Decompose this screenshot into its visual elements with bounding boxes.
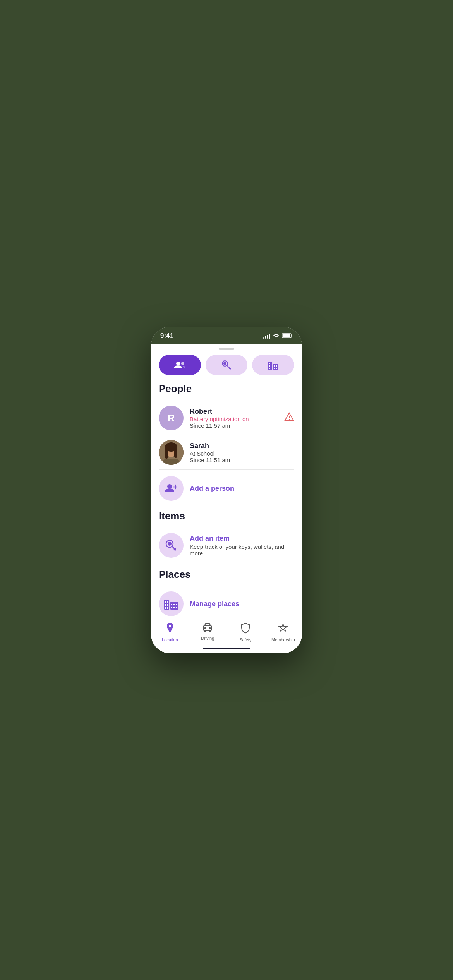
add-item-label: Add an item <box>190 535 294 543</box>
svg-rect-42 <box>165 604 166 606</box>
location-nav-icon <box>165 623 175 636</box>
tab-buttons <box>151 355 302 383</box>
svg-point-6 <box>224 362 226 365</box>
svg-rect-1 <box>283 334 290 337</box>
svg-rect-38 <box>164 600 169 610</box>
person-row-sarah[interactable]: Sarah At School Since 11:51 am <box>159 435 294 470</box>
items-section: Items Add an item Keep track of <box>159 510 294 562</box>
svg-point-52 <box>169 625 171 627</box>
svg-rect-29 <box>163 459 179 465</box>
manage-places-label: Manage places <box>190 600 239 608</box>
add-item-icon <box>159 533 184 558</box>
wifi-icon <box>273 333 280 339</box>
svg-rect-12 <box>269 363 270 364</box>
svg-rect-47 <box>173 604 175 605</box>
nav-membership[interactable]: Membership <box>264 621 302 644</box>
svg-rect-18 <box>274 365 275 367</box>
svg-rect-13 <box>271 363 271 364</box>
nav-location[interactable]: Location <box>151 621 189 644</box>
person-status-warning-robert: Battery optimization on <box>190 416 278 422</box>
svg-rect-20 <box>274 368 275 369</box>
nav-safety[interactable]: Safety <box>226 621 264 644</box>
manage-places-row[interactable]: Manage places <box>159 587 294 617</box>
svg-rect-27 <box>165 447 168 459</box>
add-item-row[interactable]: Add an item Keep track of your keys, wal… <box>159 528 294 562</box>
svg-rect-51 <box>176 607 177 608</box>
add-item-info: Add an item Keep track of your keys, wal… <box>190 535 294 557</box>
items-section-title: Items <box>159 510 294 522</box>
svg-point-4 <box>181 362 184 365</box>
svg-rect-19 <box>276 365 277 367</box>
svg-rect-16 <box>269 368 270 369</box>
safety-nav-icon <box>241 623 250 636</box>
svg-rect-48 <box>176 604 177 605</box>
places-section: Places <box>159 569 294 617</box>
svg-rect-10 <box>268 362 272 370</box>
person-name-robert: Robert <box>190 408 278 416</box>
svg-rect-2 <box>292 335 293 336</box>
svg-rect-50 <box>173 607 175 608</box>
person-info-sarah: Sarah At School Since 11:51 am <box>190 442 294 463</box>
person-row-robert[interactable]: R Robert Battery optimization on Since 1… <box>159 401 294 435</box>
nav-driving-label: Driving <box>201 636 214 641</box>
svg-rect-15 <box>271 365 271 367</box>
person-time-robert: Since 11:57 am <box>190 422 278 429</box>
status-icons <box>263 333 293 339</box>
battery-icon <box>282 333 293 339</box>
people-section-title: People <box>159 383 294 395</box>
avatar-robert: R <box>159 406 184 430</box>
svg-rect-57 <box>209 627 211 629</box>
svg-rect-46 <box>171 604 172 605</box>
nav-safety-label: Safety <box>239 637 251 642</box>
svg-point-34 <box>168 542 172 546</box>
warning-icon-robert <box>284 412 294 424</box>
bottom-nav: Location Driving Safety <box>151 617 302 645</box>
svg-point-3 <box>176 362 180 365</box>
nav-membership-label: Membership <box>271 637 295 642</box>
add-person-row[interactable]: Add a person <box>159 470 294 504</box>
svg-rect-41 <box>167 601 168 603</box>
person-name-sarah: Sarah <box>190 442 294 450</box>
tab-people[interactable] <box>159 355 201 375</box>
svg-rect-11 <box>273 364 278 370</box>
home-indicator <box>151 645 302 653</box>
add-person-label: Add a person <box>190 485 234 493</box>
home-bar <box>203 648 250 649</box>
svg-point-30 <box>167 484 172 489</box>
nav-driving[interactable]: Driving <box>189 621 227 644</box>
svg-rect-49 <box>171 607 172 608</box>
person-info-robert: Robert Battery optimization on Since 11:… <box>190 408 278 429</box>
person-status-sarah: At School <box>190 450 294 457</box>
status-time: 9:41 <box>160 332 173 340</box>
manage-places-icon <box>159 591 184 616</box>
svg-rect-28 <box>174 447 177 458</box>
svg-rect-45 <box>167 607 168 609</box>
drag-handle <box>219 348 234 350</box>
svg-rect-14 <box>269 365 270 367</box>
svg-rect-21 <box>276 368 277 369</box>
svg-rect-56 <box>204 627 206 629</box>
tab-building[interactable] <box>252 355 294 375</box>
svg-point-23 <box>289 419 290 420</box>
sarah-face <box>159 440 184 465</box>
driving-nav-icon <box>202 623 213 634</box>
places-section-title: Places <box>159 569 294 581</box>
signal-icon <box>263 333 270 339</box>
svg-rect-43 <box>167 604 168 606</box>
svg-rect-44 <box>165 607 166 609</box>
person-time-sarah: Since 11:51 am <box>190 457 294 463</box>
membership-nav-icon <box>278 623 288 636</box>
avatar-sarah <box>159 440 184 465</box>
svg-rect-40 <box>165 601 166 603</box>
status-bar: 9:41 <box>151 327 302 344</box>
main-content: People R Robert Battery optimization on … <box>151 344 302 617</box>
svg-rect-17 <box>271 368 271 369</box>
phone-frame: 9:41 <box>151 327 302 653</box>
add-person-icon <box>159 476 184 501</box>
add-item-desc: Keep track of your keys, wallets, and mo… <box>190 543 294 557</box>
nav-location-label: Location <box>162 637 178 642</box>
scroll-area: People R Robert Battery optimization on … <box>151 383 302 617</box>
tab-keys[interactable] <box>206 355 248 375</box>
